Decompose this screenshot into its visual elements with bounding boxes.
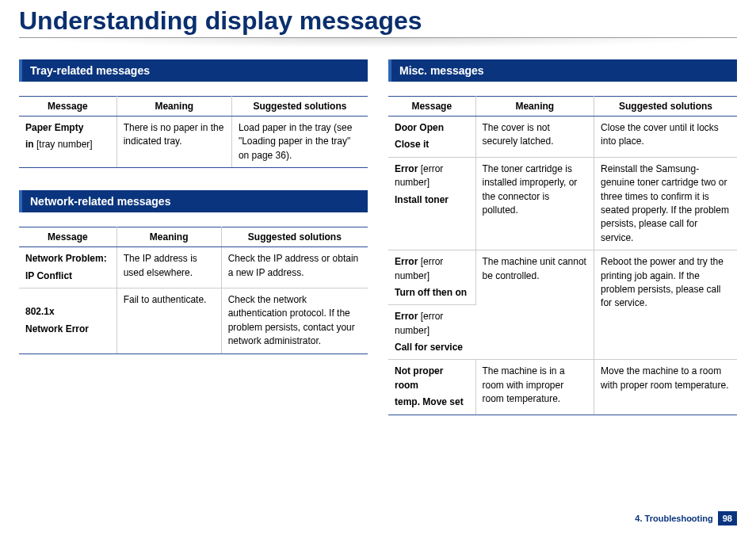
content-columns: Tray-related messages Message Meaning Su… — [19, 59, 737, 438]
message-text: 802.1x — [25, 305, 110, 319]
network-table: Message Meaning Suggested solutions Netw… — [19, 227, 368, 353]
solution-text: Reinstall the Samsung-genuine toner cart… — [594, 157, 737, 250]
table-row: Network Problem: IP Conflict The IP addr… — [19, 247, 368, 289]
message-text: Error [error number] — [395, 162, 469, 190]
message-text: Turn off then on — [395, 286, 469, 300]
col-header: Suggested solutions — [221, 227, 368, 247]
col-header: Suggested solutions — [231, 97, 368, 117]
meaning-text: The machine unit cannot be controlled. — [475, 250, 594, 360]
misc-table: Message Meaning Suggested solutions Door… — [388, 96, 737, 415]
col-header: Message — [19, 97, 116, 117]
section-header: Tray-related messages — [19, 59, 368, 82]
message-text: temp. Move set — [395, 396, 469, 409]
message-text: IP Conflict — [25, 269, 110, 283]
message-text: Call for service — [395, 341, 469, 354]
left-column: Tray-related messages Message Meaning Su… — [19, 59, 368, 438]
message-text: Paper Empty — [25, 121, 110, 135]
solution-text: Check the IP address or obtain a new IP … — [221, 247, 368, 289]
table-row: Error [error number] Turn off then on Th… — [388, 250, 737, 305]
solution-text: Check the network authentication protoco… — [221, 288, 368, 353]
message-text: Install toner — [395, 193, 469, 207]
table-row: Error [error number] Install toner The t… — [388, 157, 737, 250]
message-text: Network Problem: — [25, 252, 110, 266]
col-header: Meaning — [116, 97, 231, 117]
col-header: Meaning — [116, 227, 221, 247]
meaning-text: The IP address is used elsewhere. — [116, 247, 221, 289]
right-column: Misc. messages Message Meaning Suggested… — [388, 59, 737, 438]
page-number: 98 — [718, 511, 737, 525]
section-header: Misc. messages — [388, 59, 737, 82]
solution-text: Close the cover until it locks into plac… — [594, 117, 737, 158]
solution-text: Reboot the power and try the printing jo… — [594, 250, 737, 360]
title-divider — [19, 37, 737, 48]
col-header: Message — [19, 227, 116, 247]
page-footer: 4. Troubleshooting 98 — [635, 511, 737, 525]
meaning-text: The toner cartridge is installed imprope… — [475, 157, 594, 250]
table-row: Door Open Close it The cover is not secu… — [388, 117, 737, 158]
page-title: Understanding display messages — [19, 6, 737, 37]
solution-text: Load paper in the tray (see "Loading pap… — [231, 117, 368, 168]
tray-table: Message Meaning Suggested solutions Pape… — [19, 96, 368, 168]
col-header: Message — [388, 97, 475, 117]
chapter-label: 4. Troubleshooting — [635, 514, 712, 523]
table-row: 802.1x Network Error Fail to authenticat… — [19, 288, 368, 353]
table-row: Not proper room temp. Move set The machi… — [388, 360, 737, 415]
message-text: Close it — [395, 138, 469, 151]
col-header: Meaning — [475, 97, 594, 117]
message-text: Not proper room — [395, 365, 469, 392]
meaning-text: Fail to authenticate. — [116, 288, 221, 353]
col-header: Suggested solutions — [594, 97, 737, 117]
table-row: Paper Empty in [tray number] There is no… — [19, 117, 368, 168]
message-text: Error [error number] — [395, 255, 469, 283]
message-text: Error [error number] — [395, 310, 469, 338]
meaning-text: There is no paper in the indicated tray. — [116, 117, 231, 168]
section-header: Network-related messages — [19, 190, 368, 212]
meaning-text: The machine is in a room with improper r… — [475, 360, 594, 415]
message-text: in [tray number] — [25, 138, 110, 151]
message-text: Network Error — [25, 323, 110, 336]
solution-text: Move the machine to a room with proper r… — [594, 360, 737, 415]
message-text: Door Open — [395, 121, 469, 135]
meaning-text: The cover is not securely latched. — [475, 117, 594, 158]
